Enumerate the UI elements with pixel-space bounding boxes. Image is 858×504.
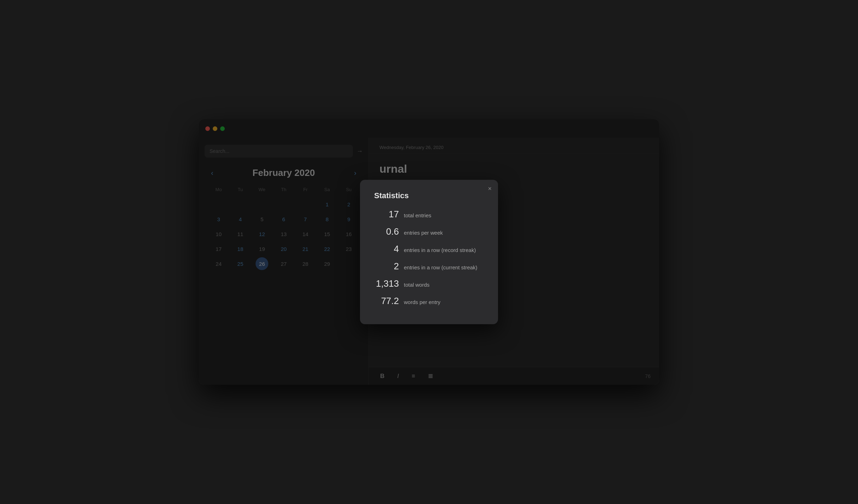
stat-label: total words (404, 282, 430, 288)
app-window: → ‹ February 2020 › Mo Tu We Th Fr Sa S (199, 119, 659, 385)
statistics-modal: × Statistics 17total entries0.6entries p… (360, 180, 498, 324)
stat-row: 4entries in a row (record streak) (374, 244, 484, 254)
stat-label: words per entry (404, 299, 440, 305)
stat-row: 2entries in a row (current streak) (374, 261, 484, 272)
stat-label: total entries (404, 212, 431, 218)
stat-value: 2 (374, 261, 399, 272)
stat-value: 1,313 (374, 278, 399, 289)
modal-title: Statistics (374, 191, 484, 200)
stat-row: 0.6entries per week (374, 226, 484, 237)
stat-label: entries in a row (current streak) (404, 264, 477, 270)
stat-value: 17 (374, 209, 399, 220)
stat-row: 17total entries (374, 209, 484, 220)
stat-label: entries in a row (record streak) (404, 247, 476, 253)
stat-label: entries per week (404, 230, 443, 236)
modal-close-button[interactable]: × (488, 185, 492, 192)
stat-value: 0.6 (374, 226, 399, 237)
stats-container: 17total entries0.6entries per week4entri… (374, 209, 484, 307)
modal-overlay[interactable]: × Statistics 17total entries0.6entries p… (199, 119, 659, 385)
stat-value: 77.2 (374, 296, 399, 307)
stat-value: 4 (374, 244, 399, 254)
stat-row: 1,313total words (374, 278, 484, 289)
stat-row: 77.2words per entry (374, 296, 484, 307)
